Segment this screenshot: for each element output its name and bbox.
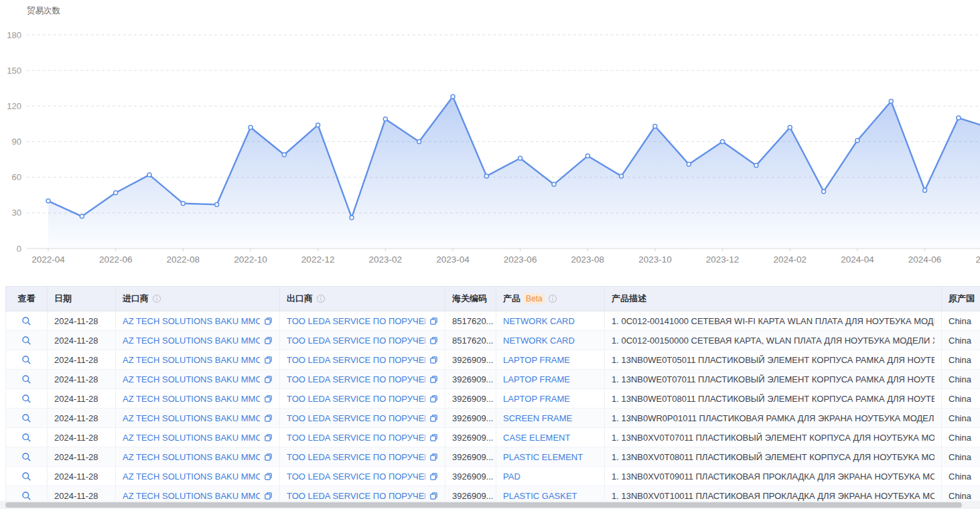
importer-link[interactable]: AZ TECH SOLUTIONS BAKU MMC xyxy=(123,471,260,482)
exporter-link[interactable]: TOO LEDA SERVICE ПО ПОРУЧЕН... xyxy=(287,394,425,404)
copy-icon[interactable] xyxy=(264,317,273,325)
product-link[interactable]: PAD xyxy=(503,471,598,482)
data-point-marker[interactable] xyxy=(80,214,84,218)
view-details-button[interactable] xyxy=(21,413,31,423)
exporter-info-icon[interactable] xyxy=(316,294,326,303)
data-point-marker[interactable] xyxy=(889,99,893,103)
copy-icon[interactable] xyxy=(264,492,273,500)
data-point-marker[interactable] xyxy=(46,199,50,203)
view-cell xyxy=(6,389,48,409)
view-details-button[interactable] xyxy=(21,433,31,443)
copy-icon[interactable] xyxy=(429,394,438,403)
exporter-link[interactable]: TOO LEDA SERVICE ПО ПОРУЧЕН... xyxy=(287,491,425,501)
horizontal-scrollbar[interactable] xyxy=(0,501,980,509)
data-point-marker[interactable] xyxy=(249,125,253,129)
product-description-value: 1. 0C012-00150000 СЕТЕВАЯ КАРТА, WLAN ПЛ… xyxy=(612,336,934,346)
data-point-marker[interactable] xyxy=(350,216,354,220)
copy-icon[interactable] xyxy=(429,472,438,481)
product-link[interactable]: NETWORK CARD xyxy=(503,336,598,346)
view-details-button[interactable] xyxy=(21,452,31,462)
exporter-link[interactable]: TOO LEDA SERVICE ПО ПОРУЧЕН... xyxy=(287,413,425,423)
data-point-marker[interactable] xyxy=(181,202,185,206)
data-point-marker[interactable] xyxy=(417,140,421,144)
data-point-marker[interactable] xyxy=(620,174,624,178)
product-link[interactable]: NETWORK CARD xyxy=(503,316,598,326)
importer-link[interactable]: AZ TECH SOLUTIONS BAKU MMC xyxy=(123,413,260,423)
view-details-button[interactable] xyxy=(21,355,31,365)
exporter-link[interactable]: TOO LEDA SERVICE ПО ПОРУЧЕН... xyxy=(287,316,425,326)
importer-link[interactable]: AZ TECH SOLUTIONS BAKU MMC xyxy=(123,394,260,404)
data-point-marker[interactable] xyxy=(484,174,488,178)
copy-icon[interactable] xyxy=(429,317,438,325)
data-point-marker[interactable] xyxy=(451,94,455,98)
importer-link[interactable]: AZ TECH SOLUTIONS BAKU MMC xyxy=(123,491,260,501)
copy-icon[interactable] xyxy=(264,356,273,364)
importer-info-icon[interactable] xyxy=(152,294,161,303)
copy-icon[interactable] xyxy=(264,375,273,384)
product-link[interactable]: LAPTOP FRAME xyxy=(503,374,598,384)
view-details-button[interactable] xyxy=(21,336,31,346)
exporter-link[interactable]: TOO LEDA SERVICE ПО ПОРУЧЕН... xyxy=(287,355,425,365)
data-point-marker[interactable] xyxy=(147,173,151,177)
copy-icon[interactable] xyxy=(429,375,438,384)
view-details-button[interactable] xyxy=(21,491,31,501)
product-link[interactable]: SCREEN FRAME xyxy=(503,413,598,423)
product-link[interactable]: PLASTIC ELEMENT xyxy=(503,452,598,462)
trade-count-chart-panel: 贸易次数 03060901201501802022-042022-062022-… xyxy=(0,0,980,276)
data-point-marker[interactable] xyxy=(114,191,118,195)
importer-link[interactable]: AZ TECH SOLUTIONS BAKU MMC xyxy=(123,452,260,462)
exporter-link[interactable]: TOO LEDA SERVICE ПО ПОРУЧЕН... xyxy=(287,471,425,482)
exporter-link[interactable]: TOO LEDA SERVICE ПО ПОРУЧЕН... xyxy=(287,433,425,443)
exporter-link[interactable]: TOO LEDA SERVICE ПО ПОРУЧЕН... xyxy=(287,374,425,384)
data-point-marker[interactable] xyxy=(721,140,725,144)
column-label: 日期 xyxy=(54,293,72,305)
exporter-link[interactable]: TOO LEDA SERVICE ПО ПОРУЧЕН... xyxy=(287,336,425,346)
product-link[interactable]: LAPTOP FRAME xyxy=(503,355,598,365)
importer-link[interactable]: AZ TECH SOLUTIONS BAKU MMC xyxy=(123,336,260,346)
data-point-marker[interactable] xyxy=(788,125,792,129)
data-point-marker[interactable] xyxy=(822,190,826,194)
data-point-marker[interactable] xyxy=(316,123,320,127)
data-point-marker[interactable] xyxy=(855,139,859,143)
importer-link[interactable]: AZ TECH SOLUTIONS BAKU MMC xyxy=(123,316,260,326)
data-point-marker[interactable] xyxy=(754,163,758,167)
exporter-link[interactable]: TOO LEDA SERVICE ПО ПОРУЧЕН... xyxy=(287,452,425,462)
x-axis-tick-label: 2024-08 xyxy=(975,254,980,265)
importer-link[interactable]: AZ TECH SOLUTIONS BAKU MMC xyxy=(123,433,260,443)
data-point-marker[interactable] xyxy=(585,154,589,158)
scrollbar-thumb[interactable] xyxy=(5,502,962,508)
copy-icon[interactable] xyxy=(264,414,273,423)
data-point-marker[interactable] xyxy=(653,125,657,129)
data-point-marker[interactable] xyxy=(687,162,691,166)
importer-link[interactable]: AZ TECH SOLUTIONS BAKU MMC xyxy=(123,374,260,384)
view-details-button[interactable] xyxy=(21,316,31,326)
y-axis-tick-label: 150 xyxy=(7,66,21,76)
product-info-icon[interactable] xyxy=(548,294,557,303)
copy-icon[interactable] xyxy=(429,492,438,500)
copy-icon[interactable] xyxy=(264,394,273,403)
product-link[interactable]: LAPTOP FRAME xyxy=(503,394,598,404)
data-point-marker[interactable] xyxy=(282,153,286,157)
product-link[interactable]: PLASTIC GASKET xyxy=(503,491,598,501)
copy-icon[interactable] xyxy=(429,356,438,364)
data-point-marker[interactable] xyxy=(215,202,219,206)
copy-icon[interactable] xyxy=(264,433,273,442)
copy-icon[interactable] xyxy=(429,453,438,461)
view-details-button[interactable] xyxy=(21,374,31,384)
copy-icon[interactable] xyxy=(429,336,438,345)
data-point-marker[interactable] xyxy=(923,188,927,192)
copy-icon[interactable] xyxy=(429,433,438,442)
view-details-button[interactable] xyxy=(21,471,31,482)
data-point-marker[interactable] xyxy=(518,156,522,160)
copy-icon[interactable] xyxy=(264,453,273,461)
data-point-marker[interactable] xyxy=(383,117,387,121)
copy-icon[interactable] xyxy=(264,336,273,345)
data-point-marker[interactable] xyxy=(957,116,961,120)
importer-link[interactable]: AZ TECH SOLUTIONS BAKU MMC xyxy=(123,355,260,365)
product-link[interactable]: CASE ELEMENT xyxy=(503,433,598,443)
view-details-button[interactable] xyxy=(21,394,31,404)
copy-icon[interactable] xyxy=(264,472,273,481)
copy-icon[interactable] xyxy=(429,414,438,423)
date-cell: 2024-11-28 xyxy=(48,428,116,447)
data-point-marker[interactable] xyxy=(552,182,556,186)
